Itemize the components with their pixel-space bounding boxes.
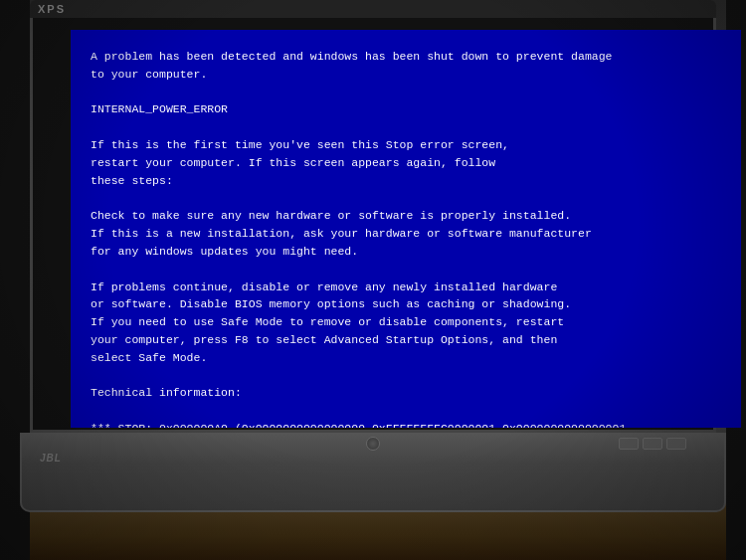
bsod-content: A problem has been detected and windows …	[91, 48, 721, 428]
side-button-1[interactable]	[619, 438, 639, 450]
bsod-line3: If this is the first time you've seen th…	[91, 138, 509, 187]
bsod-line5: If problems continue, disable or remove …	[91, 280, 571, 364]
bsod-line4: Check to make sure any new hardware or s…	[91, 209, 592, 258]
jbl-logo: JBL	[40, 453, 62, 464]
power-button-row	[328, 436, 418, 452]
laptop-brand-bar: XPS	[30, 0, 716, 18]
right-button-area	[619, 438, 686, 450]
power-button[interactable]	[366, 437, 380, 451]
side-button-2[interactable]	[643, 438, 662, 450]
bsod-screen: A problem has been detected and windows …	[71, 30, 741, 428]
xps-logo: XPS	[38, 3, 66, 15]
bsod-line1: A problem has been detected and windows …	[91, 50, 613, 81]
laptop-body: XPS A problem has been detected and wind…	[0, 0, 746, 560]
bsod-line6: Technical information:	[91, 386, 242, 399]
side-button-3[interactable]	[666, 438, 686, 450]
bsod-stop-code: *** STOP: 0x000000A0 (0x0000000000000009…	[91, 422, 626, 428]
jbl-speaker-area: JBL	[40, 448, 62, 466]
screen-bezel: A problem has been detected and windows …	[30, 5, 716, 433]
bsod-error-code: INTERNAL_POWER_ERROR	[91, 102, 228, 115]
